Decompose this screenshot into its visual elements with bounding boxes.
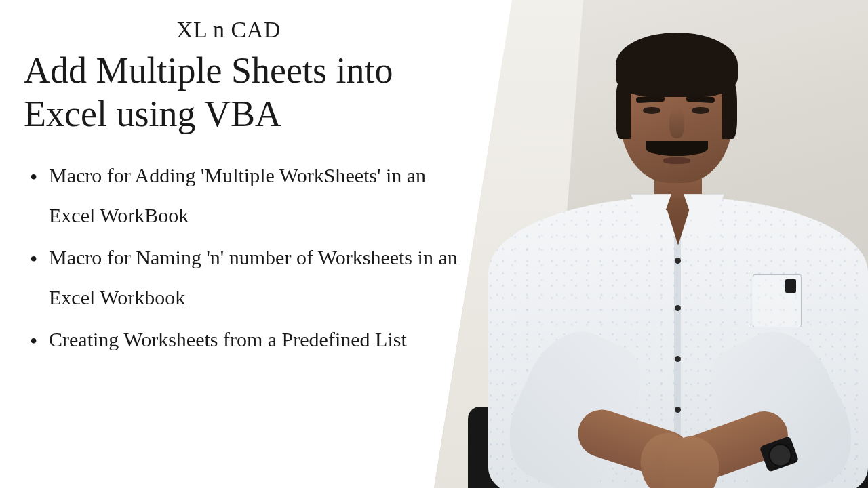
brand-label: XL n CAD	[176, 17, 458, 43]
bullet-item: Macro for Naming 'n' number of Worksheet…	[27, 238, 458, 317]
bullet-list: Macro for Adding 'Multiple WorkSheets' i…	[24, 156, 458, 360]
text-panel: XL n CAD Add Multiple Sheets into Excel …	[24, 17, 458, 363]
presenter-photo	[434, 0, 868, 488]
bullet-item: Macro for Adding 'Multiple WorkSheets' i…	[27, 156, 458, 235]
headline: Add Multiple Sheets into Excel using VBA	[24, 49, 458, 136]
bullet-item: Creating Worksheets from a Predefined Li…	[27, 320, 458, 360]
